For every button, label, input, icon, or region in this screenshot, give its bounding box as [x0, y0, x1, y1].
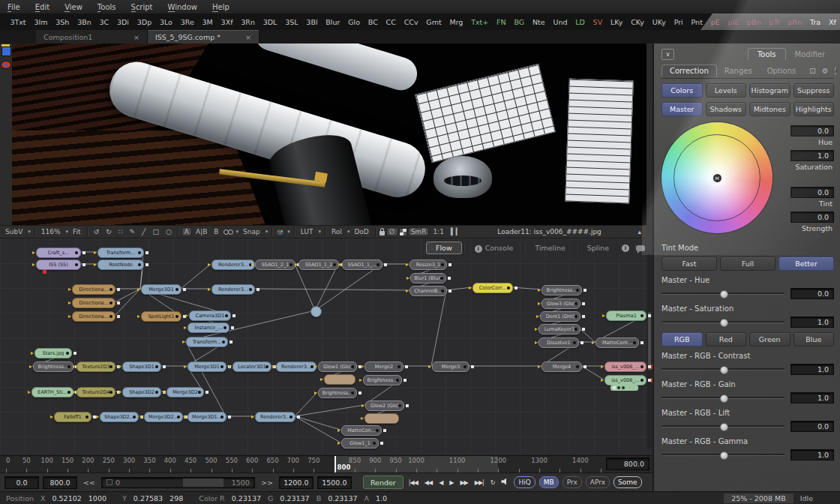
close-icon[interactable]: ×: [134, 33, 140, 41]
onion-skin-icon[interactable]: ∅: [387, 228, 398, 236]
tint-field[interactable]: 0.0: [790, 187, 834, 198]
tool-3m-button[interactable]: 3M: [198, 18, 217, 26]
node-dir1[interactable]: Directiona...: [72, 284, 116, 295]
collapse-panel-button[interactable]: ∨: [662, 49, 674, 60]
node-merge3[interactable]: Merge3: [432, 362, 470, 372]
menu-file[interactable]: File: [8, 3, 20, 11]
stereo-glasses-icon[interactable]: [224, 230, 233, 235]
pixel-ratio-button[interactable]: 1:1: [430, 228, 446, 236]
color-wheel[interactable]: M: [662, 122, 772, 233]
tab-console[interactable]: iConsole: [466, 242, 523, 254]
panel-tab-modifier[interactable]: Modifier: [786, 49, 834, 60]
node-tanbar2[interactable]: [364, 413, 399, 424]
node-bright2[interactable]: Brightness...: [363, 375, 402, 386]
snap-button[interactable]: Snap: [241, 228, 262, 236]
node-transform2[interactable]: Transform...: [186, 337, 228, 347]
gear-icon[interactable]: ⚙: [822, 67, 829, 75]
rotate-tool-icon[interactable]: ↻: [104, 228, 114, 236]
buffer-b-button[interactable]: B: [212, 228, 220, 236]
buffer-ab-button[interactable]: A|B: [194, 228, 209, 236]
hue-field[interactable]: 0.0: [790, 125, 834, 136]
node-ren3b[interactable]: Renderer3...: [212, 284, 255, 295]
node-ren3a[interactable]: Renderer3...: [212, 260, 255, 270]
tool-prn-button[interactable]: pRn: [784, 18, 806, 26]
rgb-button[interactable]: RGB: [662, 332, 703, 346]
tool-blur-button[interactable]: Blur: [322, 18, 344, 26]
slider-thumb[interactable]: [720, 452, 728, 460]
tool-3bn-button[interactable]: 3Bn: [74, 18, 95, 26]
node-earth[interactable]: EARTH_Sti...: [32, 387, 74, 398]
slider-track[interactable]: [662, 425, 784, 428]
node-merge3d1b[interactable]: Merge3D1: [188, 362, 226, 372]
node-dir2[interactable]: Directiona...: [72, 298, 116, 308]
comments-icon[interactable]: [636, 245, 645, 251]
saturation-field[interactable]: 1.0: [790, 150, 834, 161]
rect-select-icon[interactable]: □: [150, 228, 161, 236]
tool-bg-button[interactable]: BG: [510, 18, 529, 26]
flow-scrollbar[interactable]: [647, 254, 652, 448]
menu-tools[interactable]: Tools: [98, 3, 116, 11]
slider-track[interactable]: [662, 397, 784, 399]
node-bright-r[interactable]: Brightness...: [542, 285, 582, 296]
node-glow1[interactable]: Glow1 (Glo): [318, 362, 357, 372]
tool-ptr-button[interactable]: pTr: [765, 18, 784, 26]
node-tex3[interactable]: Texture2D3: [76, 362, 116, 372]
node-tex4[interactable]: Texture2D4: [76, 387, 116, 398]
range-start-handle[interactable]: [106, 479, 112, 485]
channel-rgb-icon[interactable]: [276, 229, 284, 236]
node-merge3d2-1[interactable]: Merge3D2...: [144, 412, 183, 422]
node-issv-green[interactable]: iss_v006_...: [604, 375, 646, 386]
smr-button[interactable]: SmR: [409, 228, 429, 236]
tool-3bl-button[interactable]: 3Bl: [302, 18, 322, 26]
slider-value-field[interactable]: 1.0: [790, 392, 834, 404]
master-button[interactable]: Master: [662, 102, 703, 116]
tool-3sl-button[interactable]: 3SL: [281, 18, 302, 26]
menu-window[interactable]: Window: [168, 3, 197, 11]
node-luma1[interactable]: LumaKeyer1: [538, 324, 580, 334]
playhead-marker[interactable]: [334, 456, 336, 473]
tool-3sh-button[interactable]: 3Sh: [52, 18, 74, 26]
node-dir3[interactable]: Directiona...: [72, 311, 116, 322]
composition-tab-composition1[interactable]: Composition1×: [36, 30, 148, 44]
histogram-button[interactable]: Histogram: [749, 83, 790, 98]
node-colorcorr[interactable]: ColorCorr...: [472, 283, 513, 293]
node-mattec1[interactable]: MatteCont...: [596, 338, 639, 348]
node-blur1[interactable]: Blur1 (Blur): [410, 273, 446, 284]
subtab-ranges[interactable]: Ranges: [717, 65, 760, 76]
checker-icon[interactable]: [400, 229, 406, 236]
composition-tab-iss-5-9sg-comp[interactable]: ISS_5_9SG.comp *×: [148, 30, 260, 44]
slider-thumb[interactable]: [720, 423, 728, 431]
tool-xf-button[interactable]: Xf: [825, 18, 840, 26]
goto-start-button[interactable]: |◀◀: [407, 479, 419, 486]
green-button[interactable]: Green: [749, 332, 790, 346]
tool-3lo-button[interactable]: 3Lo: [156, 18, 177, 26]
some-toggle[interactable]: Some: [614, 476, 642, 488]
render-button[interactable]: Render: [363, 476, 404, 489]
tool-pri-button[interactable]: Pri: [670, 18, 687, 26]
audio-button[interactable]: [500, 478, 510, 487]
time-field-start[interactable]: 0.0: [4, 476, 39, 489]
tool-pie-button[interactable]: pIE: [724, 18, 743, 26]
strength-field[interactable]: 0.0: [790, 212, 834, 223]
tool-pnt-button[interactable]: Pnt: [687, 18, 706, 26]
time-field-renderend[interactable]: 1200.0: [279, 476, 314, 489]
tool-pe-button[interactable]: pE: [706, 18, 724, 26]
slider-thumb[interactable]: [720, 290, 728, 298]
fast-forward-button[interactable]: ▶▶: [458, 479, 469, 486]
tool-gmt-button[interactable]: Gmt: [422, 18, 446, 26]
node-loc1[interactable]: Locator3D1: [232, 362, 272, 372]
node-ssao3[interactable]: SSAO1_1_...: [342, 260, 382, 270]
shadows-button[interactable]: Shadows: [706, 102, 747, 116]
goto-end-button[interactable]: ▶▶|: [473, 479, 485, 486]
tool-3rn-button[interactable]: 3Rn: [237, 18, 259, 26]
node-falloff1[interactable]: Falloff1: [54, 412, 92, 422]
tool-3im-button[interactable]: 3Im: [30, 18, 52, 26]
node-iss[interactable]: ISS (S5): [36, 260, 81, 270]
viewer-canvas[interactable]: [0, 44, 646, 225]
tool-pbn-button[interactable]: pBn: [743, 18, 765, 26]
tool-tra-button[interactable]: Tra: [806, 18, 825, 26]
tool-fn-button[interactable]: FN: [493, 18, 510, 26]
node-junction[interactable]: [310, 306, 322, 317]
pan-tool-icon[interactable]: ↺: [92, 228, 102, 236]
lut-button[interactable]: LUT: [298, 228, 316, 236]
